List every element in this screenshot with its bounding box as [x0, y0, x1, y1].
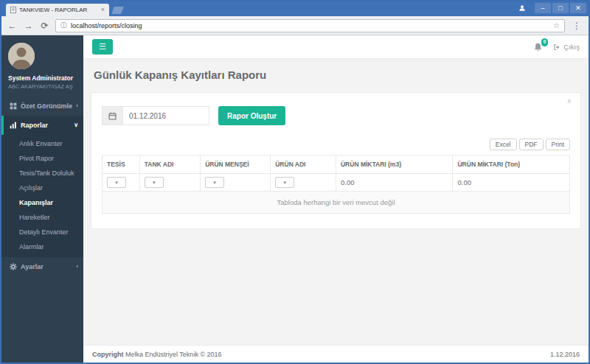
- content: ∧ Rapor Oluştur Excel PDF Pri: [83, 89, 589, 345]
- logout-label: Çıkış: [563, 43, 580, 51]
- sidebar-item-label: Ayarlar: [21, 263, 72, 270]
- sidebar-item-label: Raporlar: [21, 122, 70, 129]
- new-tab-button[interactable]: [111, 7, 123, 14]
- topbar: ☰ 0 Çıkış: [83, 35, 589, 59]
- bookmark-star-icon[interactable]: ☆: [553, 22, 560, 29]
- logout-icon: [553, 43, 560, 51]
- back-icon[interactable]: ←: [7, 21, 18, 30]
- main-area: ☰ 0 Çıkış Günlük Kapanış Kayıtları Rapor…: [83, 35, 589, 363]
- profile-icon[interactable]: [514, 3, 530, 13]
- window-controls: – □ ✕: [514, 3, 586, 13]
- browser-menu-icon[interactable]: ⋮: [570, 21, 583, 30]
- panel-collapse-icon[interactable]: ∧: [566, 98, 572, 105]
- user-company: ABC AKARYAKIT/GAZ AŞ: [8, 83, 77, 90]
- sidebar-item-alarmlar[interactable]: Alarmlar: [1, 239, 83, 254]
- browser-titlebar: TANKVIEW - RAPORLAR × – □ ✕: [1, 1, 589, 16]
- column-header-urun-adi[interactable]: ÜRÜN ADI: [271, 155, 336, 174]
- user-name: System Administrator: [8, 74, 77, 82]
- user-profile: System Administrator ABC AKARYAKIT/GAZ A…: [1, 35, 83, 97]
- column-header-tank-adi[interactable]: TANK ADI: [139, 155, 200, 174]
- report-date-input[interactable]: [122, 106, 209, 125]
- sidebar-item-tesis-tank-doluluk[interactable]: Tesis/Tank Doluluk: [1, 166, 83, 181]
- filter-tank-adi[interactable]: ▾: [145, 177, 164, 188]
- sidebar-item-anlik-envanter[interactable]: Anlık Envanter: [1, 136, 83, 151]
- page-title: Günlük Kapanış Kayıtları Raporu: [94, 69, 578, 81]
- reports-submenu: Anlık Envanter Pivot Rapor Tesis/Tank Do…: [1, 135, 83, 257]
- chevron-left-icon: ‹: [76, 103, 78, 109]
- gear-icon: [10, 263, 17, 270]
- date-input-group: [102, 106, 209, 125]
- topbar-right: 0 Çıkış: [533, 42, 580, 52]
- close-button[interactable]: ✕: [570, 3, 586, 13]
- filter-urun-adi[interactable]: ▾: [275, 177, 294, 188]
- footer: Copyright Melka Endüstriyel Teknik © 201…: [83, 345, 589, 363]
- logout-button[interactable]: Çıkış: [553, 43, 580, 51]
- column-header-urun-miktari-m3[interactable]: ÜRÜN MİKTARI (m3): [336, 155, 453, 174]
- maximize-button[interactable]: □: [552, 3, 569, 13]
- generate-report-button[interactable]: Rapor Oluştur: [218, 106, 285, 125]
- column-header-urun-mensei[interactable]: ÜRÜN MENŞEİ: [201, 155, 271, 174]
- filter-urun-mensei[interactable]: ▾: [205, 177, 224, 188]
- tab-title: TANKVIEW - RAPORLAR: [19, 7, 98, 13]
- chevron-down-icon: ∨: [74, 122, 78, 128]
- footer-date: 1.12.2016: [550, 351, 580, 358]
- report-panel: ∧ Rapor Oluştur Excel PDF Pri: [91, 92, 581, 229]
- sidebar-item-label: Özet Görünümler: [21, 102, 72, 110]
- total-m3: 0.00: [336, 174, 453, 192]
- column-header-urun-miktari-ton[interactable]: ÜRÜN MİKTARI (Ton): [453, 155, 570, 174]
- copyright-text: Melka Endüstriyel Teknik © 2016: [124, 351, 222, 358]
- notifications-badge: 0: [541, 38, 549, 46]
- sidebar-toggle-button[interactable]: ☰: [92, 39, 113, 55]
- copyright-label: Copyright: [92, 351, 124, 358]
- sidebar-item-kapanislar[interactable]: Kapanışlar: [1, 195, 83, 210]
- sidebar-item-pivot-rapor[interactable]: Pivot Rapor: [1, 151, 83, 166]
- total-ton: 0.00: [453, 174, 570, 192]
- page-heading: Günlük Kapanış Kayıtları Raporu: [83, 59, 589, 89]
- report-form: Rapor Oluştur: [102, 106, 570, 125]
- column-header-tesis[interactable]: TESİS: [103, 155, 140, 174]
- sidebar-item-detayli-envanter[interactable]: Detaylı Envanter: [1, 225, 83, 239]
- forward-icon[interactable]: →: [23, 21, 34, 30]
- footer-copyright: Copyright Melka Endüstriyel Teknik © 201…: [92, 351, 222, 358]
- sidebar: System Administrator ABC AKARYAKIT/GAZ A…: [1, 35, 83, 363]
- table-header-row: TESİS TANK ADI ÜRÜN MENŞEİ ÜRÜN ADI ÜRÜN…: [103, 155, 570, 174]
- report-table: TESİS TANK ADI ÜRÜN MENŞEİ ÜRÜN ADI ÜRÜN…: [102, 155, 570, 214]
- site-info-icon[interactable]: ⓘ: [60, 22, 67, 29]
- empty-message: Tabloda herhangi bir veri mevcut değil: [103, 192, 570, 214]
- calendar-icon[interactable]: [102, 106, 122, 125]
- table-empty-row: Tabloda herhangi bir veri mevcut değil: [103, 192, 570, 214]
- bar-chart-icon: [10, 122, 17, 129]
- tab-close-icon[interactable]: ×: [101, 7, 105, 13]
- url-text[interactable]: localhost/reports/closing: [71, 22, 549, 29]
- filter-tesis[interactable]: ▾: [107, 177, 126, 188]
- browser-window: TANKVIEW - RAPORLAR × – □ ✕ ← → ⟳ ⓘ loca…: [0, 0, 590, 364]
- notifications-bell-icon[interactable]: 0: [533, 42, 543, 52]
- sidebar-item-ozet-gorunumler[interactable]: Özet Görünümler ‹: [1, 97, 83, 116]
- export-excel-button[interactable]: Excel: [490, 139, 517, 150]
- sidebar-item-acilislar[interactable]: Açılışlar: [1, 181, 83, 195]
- tab-favicon-icon: [10, 7, 16, 13]
- browser-tab[interactable]: TANKVIEW - RAPORLAR ×: [6, 4, 109, 16]
- address-bar[interactable]: ⓘ localhost/reports/closing ☆: [55, 19, 565, 32]
- grid-icon: [10, 102, 17, 110]
- reload-icon[interactable]: ⟳: [39, 21, 50, 30]
- sidebar-item-raporlar[interactable]: Raporlar ∨: [1, 116, 83, 135]
- minimize-button[interactable]: –: [535, 3, 551, 13]
- sidebar-item-hareketler[interactable]: Hareketler: [1, 210, 83, 225]
- chevron-left-icon: ‹: [76, 264, 78, 270]
- export-buttons: Excel PDF Print: [102, 139, 570, 150]
- table-filter-row: ▾ ▾ ▾ ▾ 0.00 0.00: [103, 174, 570, 192]
- sidebar-item-ayarlar[interactable]: Ayarlar ‹: [1, 257, 83, 276]
- avatar[interactable]: [8, 43, 35, 69]
- export-print-button[interactable]: Print: [546, 139, 570, 150]
- browser-toolbar: ← → ⟳ ⓘ localhost/reports/closing ☆ ⋮: [1, 16, 589, 35]
- export-pdf-button[interactable]: PDF: [519, 139, 544, 150]
- app-body: System Administrator ABC AKARYAKIT/GAZ A…: [1, 35, 589, 363]
